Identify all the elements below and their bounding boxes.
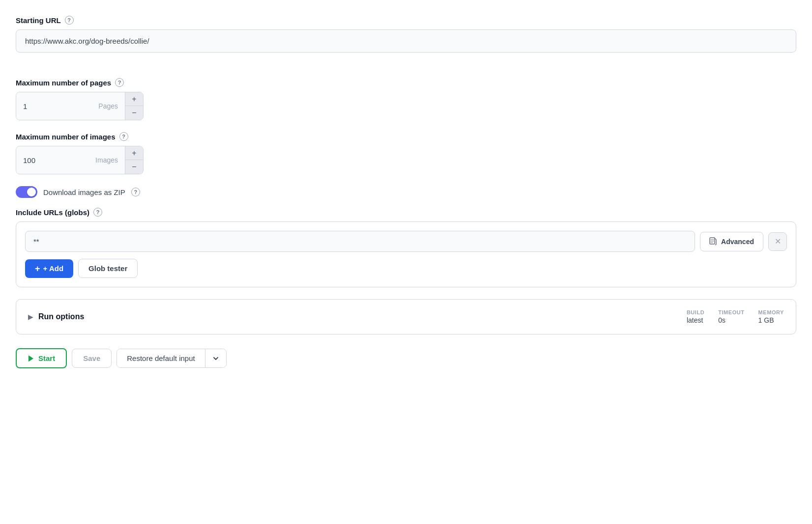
bottom-actions: Start Save Restore default input <box>16 348 796 368</box>
download-zip-toggle[interactable] <box>16 186 37 198</box>
timeout-label: TIMEOUT <box>718 309 744 315</box>
starting-url-section: Starting URL ? <box>16 16 796 66</box>
max-images-increment-button[interactable]: + <box>125 146 143 160</box>
chevron-down-icon <box>212 355 219 362</box>
max-pages-decrement-button[interactable]: − <box>125 106 143 120</box>
max-images-help-icon[interactable]: ? <box>119 132 128 141</box>
include-urls-label: Include URLs (globs) ? <box>16 208 796 217</box>
play-icon <box>28 355 34 362</box>
glob-actions: + + Add Glob tester <box>25 259 787 278</box>
glob-remove-button[interactable]: ✕ <box>768 232 787 251</box>
doc-icon <box>709 237 717 246</box>
max-pages-value: 1 <box>16 92 91 120</box>
max-pages-increment-button[interactable]: + <box>125 92 143 106</box>
advanced-button[interactable]: Advanced <box>700 232 763 251</box>
start-button[interactable]: Start <box>16 348 67 368</box>
starting-url-help-icon[interactable]: ? <box>65 16 74 25</box>
max-images-label: Maximum number of images ? <box>16 132 796 141</box>
glob-input[interactable] <box>25 231 695 252</box>
run-options-meta: BUILD latest TIMEOUT 0s MEMORY 1 GB <box>687 309 784 324</box>
max-images-text: Maximum number of images <box>16 133 116 141</box>
advanced-btn-label: Advanced <box>721 238 754 246</box>
add-btn-label: + Add <box>43 264 64 273</box>
add-glob-button[interactable]: + + Add <box>25 259 73 278</box>
restore-button[interactable]: Restore default input <box>117 349 205 367</box>
run-options-chevron-icon[interactable]: ▶ <box>28 313 33 321</box>
download-zip-label: Download images as ZIP <box>43 188 125 196</box>
max-pages-text: Maximum number of pages <box>16 79 111 87</box>
timeout-value: 0s <box>718 316 725 324</box>
max-pages-buttons: + − <box>125 92 143 120</box>
max-images-unit: Images <box>88 146 125 174</box>
max-images-buttons: + − <box>125 146 143 174</box>
include-urls-section: Include URLs (globs) ? Advanced ✕ + + Ad… <box>16 208 796 287</box>
build-label: BUILD <box>687 309 704 315</box>
plus-icon: + <box>35 264 40 273</box>
starting-url-label: Starting URL ? <box>16 16 796 25</box>
max-pages-label: Maximum number of pages ? <box>16 78 796 87</box>
max-pages-section: Maximum number of pages ? 1 Pages + − <box>16 78 796 120</box>
restore-dropdown-button[interactable] <box>205 349 226 367</box>
restore-btn-group: Restore default input <box>116 349 226 368</box>
max-images-value: 100 <box>16 146 88 174</box>
max-images-section: Maximum number of images ? 100 Images + … <box>16 132 796 174</box>
memory-label: MEMORY <box>758 309 784 315</box>
start-btn-label: Start <box>38 354 55 362</box>
save-button[interactable]: Save <box>72 349 112 368</box>
max-images-decrement-button[interactable]: − <box>125 160 143 174</box>
download-zip-row: Download images as ZIP ? <box>16 186 796 198</box>
globs-container: Advanced ✕ + + Add Glob tester <box>16 221 796 287</box>
memory-meta: MEMORY 1 GB <box>758 309 784 324</box>
max-pages-unit: Pages <box>91 92 125 120</box>
glob-input-row: Advanced ✕ <box>25 231 787 252</box>
run-options-panel: ▶ Run options BUILD latest TIMEOUT 0s ME… <box>16 299 796 334</box>
max-images-stepper: 100 Images + − <box>16 146 144 174</box>
download-zip-help-icon[interactable]: ? <box>131 188 140 196</box>
starting-url-input[interactable] <box>16 29 796 53</box>
max-pages-help-icon[interactable]: ? <box>115 78 124 87</box>
include-urls-text: Include URLs (globs) <box>16 208 89 217</box>
run-options-title: Run options <box>38 312 84 321</box>
build-value: latest <box>687 316 703 324</box>
memory-value: 1 GB <box>758 316 774 324</box>
run-options-left: ▶ Run options <box>28 312 84 321</box>
max-pages-stepper: 1 Pages + − <box>16 92 144 120</box>
download-zip-slider <box>16 186 37 198</box>
build-meta: BUILD latest <box>687 309 704 324</box>
starting-url-text: Starting URL <box>16 16 61 25</box>
glob-tester-button[interactable]: Glob tester <box>78 259 138 278</box>
timeout-meta: TIMEOUT 0s <box>718 309 744 324</box>
include-urls-help-icon[interactable]: ? <box>93 208 102 217</box>
